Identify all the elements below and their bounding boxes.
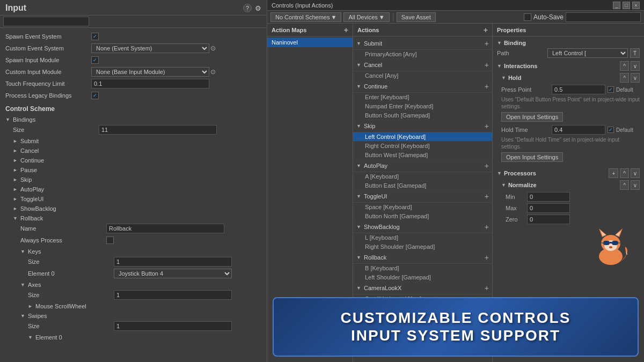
controls-minimize-btn[interactable]: _ <box>613 2 620 9</box>
action-binding-button-south[interactable]: Button South [Gamepad] <box>353 111 492 120</box>
open-settings-btn-2[interactable]: Open Input Settings <box>501 152 563 162</box>
action-binding-cancel-any[interactable]: Cancel [Any] <box>353 71 492 80</box>
process-legacy-checkbox[interactable] <box>91 92 99 99</box>
tree-autoplay[interactable]: ► AutoPlay <box>5 184 261 194</box>
swipes-size-input[interactable] <box>114 321 232 331</box>
map-item-naninovel[interactable]: Naninovel <box>267 38 353 47</box>
path-t-btn[interactable]: T <box>630 48 640 58</box>
hold-title[interactable]: ▼ Hold ^ v <box>501 73 640 83</box>
settings-icon[interactable]: ⚙ <box>255 4 261 12</box>
path-dropdown[interactable]: Left Control [ <box>547 48 628 58</box>
spawn-input-checkbox[interactable] <box>91 56 99 64</box>
axes-size-input[interactable] <box>114 290 232 300</box>
tree-continue[interactable]: ► Continue <box>5 156 261 165</box>
tree-axes[interactable]: ▼ Axes <box>5 280 261 290</box>
normalize-up-btn[interactable]: ^ <box>620 180 629 190</box>
action-binding-b-keyboard[interactable]: B [Keyboard] <box>353 264 492 273</box>
hold-down-btn[interactable]: v <box>631 73 640 83</box>
interactions-down-btn[interactable]: v <box>631 61 640 71</box>
tree-toggleui[interactable]: ► ToggleUI <box>5 194 261 204</box>
tree-keys[interactable]: ▼ Keys <box>5 247 261 256</box>
action-toggleui[interactable]: ▼ ToggleUI + <box>353 190 492 203</box>
tree-skip[interactable]: ► Skip <box>5 175 261 184</box>
action-binding-a-keyboard[interactable]: A [Keyboard] <box>353 172 492 181</box>
bindings-size-input[interactable] <box>99 125 217 135</box>
keys-size-input[interactable] <box>114 257 232 267</box>
no-control-schemes-btn[interactable]: No Control Schemes ▼ <box>270 12 341 22</box>
all-devices-btn[interactable]: All Devices ▼ <box>343 12 389 22</box>
tree-cancel[interactable]: ► Cancel <box>5 146 261 156</box>
help-icon[interactable]: ? <box>243 4 252 12</box>
action-showbacklog[interactable]: ▼ ShowBacklog + <box>353 221 492 233</box>
action-skip[interactable]: ▼ Skip + <box>353 120 492 132</box>
normalize-min-input[interactable] <box>527 192 570 202</box>
action-binding-enter[interactable]: Enter [Keyboard] <box>353 93 492 102</box>
binding-section-title[interactable]: ▼ Binding <box>497 40 640 46</box>
custom-input-dropdown[interactable]: None (Base Input Module) <box>91 67 209 77</box>
controls-search-input[interactable] <box>566 12 641 22</box>
open-settings-btn-1[interactable]: Open Input Settings <box>501 112 563 122</box>
action-binding-button-north[interactable]: Button North [Gamepad] <box>353 212 492 221</box>
custom-input-gear[interactable]: ⊙ <box>210 68 216 76</box>
interactions-up-btn[interactable]: ^ <box>620 61 629 71</box>
hold-time-input[interactable] <box>552 125 605 135</box>
processors-title[interactable]: ▼ Processors + ^ v <box>497 168 640 178</box>
keys-element0-dropdown[interactable]: Joystick Button 4 <box>114 269 232 278</box>
action-submit[interactable]: ▼ Submit + <box>353 38 492 50</box>
action-binding-left-shoulder[interactable]: Left Shoulder [Gamepad] <box>353 273 492 282</box>
toggleui-add-btn[interactable]: + <box>485 192 489 201</box>
action-maps-add-btn[interactable]: + <box>344 26 348 34</box>
showbacklog-add-btn[interactable]: + <box>485 223 489 231</box>
skip-add-btn[interactable]: + <box>485 122 489 130</box>
tree-pause[interactable]: ► Pause <box>5 165 261 175</box>
cancel-add-btn[interactable]: + <box>485 61 489 69</box>
spawn-event-checkbox[interactable] <box>91 33 99 40</box>
controls-close-btn[interactable]: × <box>632 2 640 9</box>
custom-event-dropdown[interactable]: None (Event System) <box>91 43 209 53</box>
custom-event-gear[interactable]: ⊙ <box>210 45 216 52</box>
rollback-name-input[interactable] <box>106 224 224 233</box>
interactions-title[interactable]: ▼ Interactions ^ v <box>497 61 640 71</box>
save-asset-btn[interactable]: Save Asset <box>397 12 436 22</box>
submit-add-btn[interactable]: + <box>485 39 489 48</box>
auto-save-checkbox[interactable] <box>524 13 531 21</box>
bindings-tree-item[interactable]: ▼ Bindings <box>5 115 261 124</box>
action-cancel[interactable]: ▼ Cancel + <box>353 59 492 71</box>
action-binding-space[interactable]: Space [Keyboard] <box>353 203 492 212</box>
actions-add-btn[interactable]: + <box>484 26 488 34</box>
controls-maximize-btn[interactable]: □ <box>623 2 630 9</box>
left-search-input[interactable] <box>3 17 89 26</box>
action-cameralookx[interactable]: ▼ CameraLookX + <box>353 282 492 294</box>
always-process-checkbox[interactable] <box>106 237 114 244</box>
tree-submit[interactable]: ► Submit <box>5 136 261 146</box>
continue-add-btn[interactable]: + <box>485 82 489 91</box>
action-rollback[interactable]: ▼ Rollback + <box>353 252 492 264</box>
hold-up-btn[interactable]: ^ <box>620 73 629 83</box>
normalize-zero-input[interactable] <box>527 215 570 224</box>
action-binding-right-shoulder[interactable]: Right Shoulder [Gamepad] <box>353 242 492 252</box>
tree-showbacklog[interactable]: ► ShowBacklog <box>5 204 261 213</box>
processors-down-btn[interactable]: v <box>631 168 640 178</box>
processors-up-btn[interactable]: ^ <box>620 168 629 178</box>
action-binding-button-west[interactable]: Button West [Gamepad] <box>353 151 492 160</box>
action-binding-primaryaction[interactable]: PrimaryAction [Any] <box>353 50 492 59</box>
hold-time-default-checkbox[interactable] <box>608 127 614 133</box>
action-binding-l-keyboard[interactable]: L [Keyboard] <box>353 233 492 242</box>
touch-freq-input[interactable] <box>91 79 209 88</box>
rollback-add-btn[interactable]: + <box>485 253 489 262</box>
cameralookx-add-btn[interactable]: + <box>485 284 489 292</box>
action-autoplay[interactable]: ▼ AutoPlay + <box>353 160 492 172</box>
normalize-max-input[interactable] <box>527 203 570 213</box>
action-binding-numpad-enter[interactable]: Numpad Enter [Keyboard] <box>353 102 492 111</box>
action-binding-right-ctrl[interactable]: Right Control [Keyboard] <box>353 142 492 151</box>
processors-add-btn[interactable]: + <box>609 168 618 178</box>
action-continue[interactable]: ▼ Continue + <box>353 80 492 93</box>
normalize-title[interactable]: ▼ Normalize ^ v <box>501 180 640 190</box>
press-point-input[interactable] <box>552 85 605 94</box>
tree-rollback[interactable]: ▼ Rollback <box>5 213 261 223</box>
normalize-down-btn[interactable]: v <box>631 180 640 190</box>
tree-mouse-scroll[interactable]: ► Mouse ScrollWheel <box>5 301 261 311</box>
action-binding-button-east[interactable]: Button East [Gamepad] <box>353 181 492 190</box>
press-point-default-checkbox[interactable] <box>608 86 614 93</box>
action-binding-left-ctrl[interactable]: Left Control [Keyboard] <box>353 132 492 142</box>
